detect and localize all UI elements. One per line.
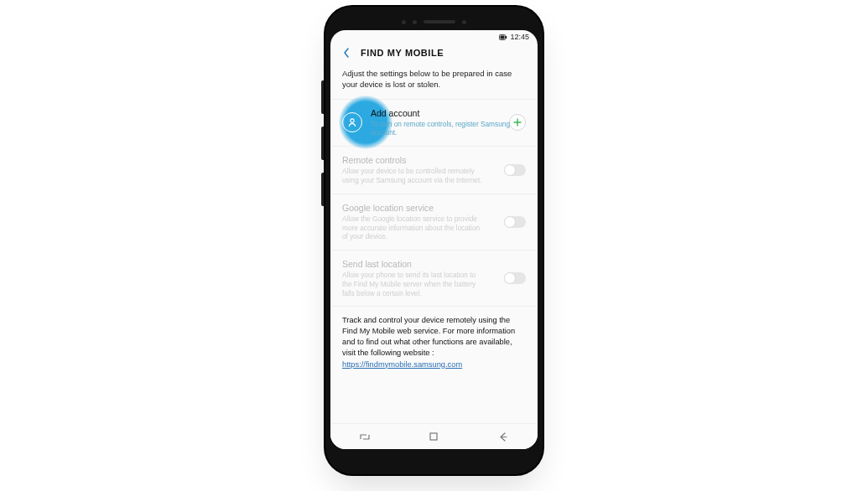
remote-controls-row: Remote controls Allow your device to be … (330, 147, 538, 194)
footer-link[interactable]: https://findmymobile.samsung.com (342, 360, 462, 369)
nav-back-button[interactable] (496, 430, 510, 443)
setting-title: Google location service (342, 203, 526, 213)
home-button[interactable] (427, 430, 440, 443)
google-location-toggle[interactable] (504, 216, 526, 228)
send-last-location-toggle[interactable] (504, 272, 526, 284)
setting-title: Send last location (342, 259, 526, 269)
screen: 12:45 FIND MY MOBILE Adjust the settings… (330, 30, 538, 449)
setting-desc: Allow your phone to send its last locati… (342, 271, 485, 297)
setting-desc: Allow your device to be controlled remot… (342, 167, 485, 185)
phone-frame: 12:45 FIND MY MOBILE Adjust the settings… (324, 5, 544, 476)
recent-apps-button[interactable] (358, 430, 372, 443)
footer-body: Track and control your device remotely u… (342, 316, 515, 357)
status-bar: 12:45 (330, 30, 538, 44)
header: FIND MY MOBILE (330, 44, 538, 65)
remote-controls-toggle[interactable] (504, 164, 526, 176)
add-account-desc: To turn on remote controls, register Sam… (371, 120, 513, 138)
send-last-location-row: Send last location Allow your phone to s… (330, 251, 538, 306)
add-account-row[interactable]: Add account To turn on remote controls, … (330, 100, 538, 147)
svg-rect-4 (430, 433, 437, 440)
svg-rect-2 (501, 35, 505, 39)
setting-title: Remote controls (342, 155, 526, 165)
account-icon (342, 112, 362, 132)
battery-icon (499, 34, 507, 41)
setting-desc: Allow the Google location service to pro… (342, 214, 485, 241)
navigation-bar (330, 423, 538, 449)
content: Adjust the settings below to be prepared… (330, 65, 538, 423)
svg-rect-1 (506, 36, 507, 39)
footer-text: Track and control your device remotely u… (330, 307, 538, 378)
svg-point-3 (351, 119, 354, 122)
status-time: 12:45 (510, 33, 529, 41)
intro-text: Adjust the settings below to be prepared… (330, 65, 538, 99)
phone-speaker (324, 16, 544, 28)
google-location-row: Google location service Allow the Google… (330, 194, 538, 250)
add-account-title: Add account (371, 108, 513, 118)
back-button[interactable] (340, 47, 352, 59)
page-title: FIND MY MOBILE (361, 48, 444, 58)
